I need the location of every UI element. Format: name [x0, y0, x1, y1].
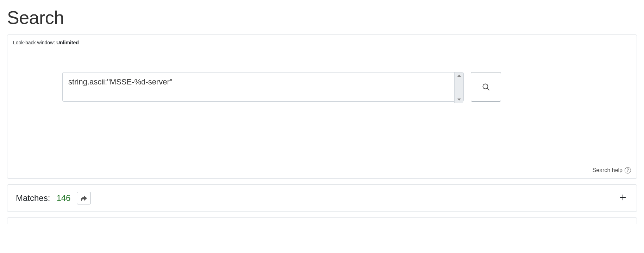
next-card-top [7, 217, 637, 224]
search-row [13, 72, 631, 103]
svg-line-1 [487, 88, 489, 90]
search-card: Look-back window: Unlimited Search help … [7, 34, 637, 179]
share-icon [81, 195, 87, 201]
matches-card: Matches: 146 [7, 184, 637, 212]
search-input-wrap [62, 72, 464, 103]
help-icon: ? [625, 167, 631, 173]
lookback-label: Look-back window: [13, 40, 56, 45]
search-icon [482, 83, 490, 91]
spinner-controls [454, 72, 463, 103]
search-button[interactable] [471, 72, 501, 102]
spinner-up-icon[interactable] [457, 75, 461, 77]
spinner-down-icon[interactable] [457, 99, 461, 101]
page-title: Search [7, 7, 637, 28]
search-help-label: Search help [593, 167, 623, 173]
expand-button[interactable] [618, 193, 628, 203]
matches-count: 146 [56, 193, 70, 203]
lookback-value: Unlimited [56, 40, 79, 45]
search-help-link[interactable]: Search help ? [593, 167, 631, 173]
share-button[interactable] [77, 192, 91, 204]
search-input[interactable] [62, 72, 464, 102]
matches-left: Matches: 146 [16, 192, 91, 204]
lookback-row: Look-back window: Unlimited [13, 40, 631, 45]
matches-label: Matches: [16, 193, 50, 203]
plus-icon [619, 194, 627, 201]
